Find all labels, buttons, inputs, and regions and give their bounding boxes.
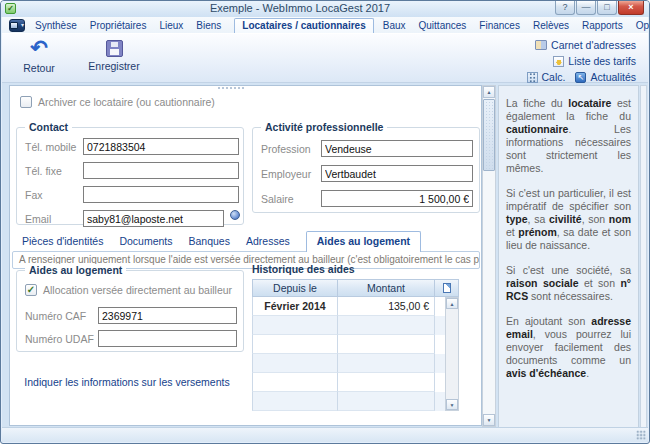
allocation-checkbox[interactable]: ✓ — [25, 284, 37, 296]
allocation-checkbox-label: Allocation versée directement au bailleu… — [43, 284, 232, 296]
tab-proprietaires[interactable]: Propriétaires — [90, 20, 147, 33]
table-actions-header — [435, 279, 459, 297]
tel-mobile-input[interactable] — [83, 138, 239, 155]
window-title: Exemple - WebImmo LocaGest 2017 — [61, 2, 539, 14]
tab-options-et-controles[interactable]: Options et contrôles — [636, 20, 650, 33]
email-web-icon[interactable] — [230, 210, 240, 220]
scroll-down-icon[interactable]: ▼ — [446, 399, 458, 410]
history-table-scrollbar[interactable]: ▲ ▼ — [445, 297, 459, 411]
toolbar: ↶ Retour Enregistrer Carnet d'adresses L… — [2, 33, 648, 83]
tab-synthese[interactable]: Synthèse — [35, 20, 77, 33]
tab-finances[interactable]: Finances — [479, 20, 520, 33]
tariff-list-link[interactable]: Liste des tarifs — [553, 55, 636, 67]
employeur-input[interactable] — [321, 165, 473, 182]
resize-grip[interactable] — [636, 430, 646, 440]
table-row-empty[interactable] — [252, 373, 459, 392]
app-window: ✓ Exemple - WebImmo LocaGest 2017 ? — □ … — [0, 0, 650, 444]
numero-caf-input[interactable] — [98, 307, 237, 324]
archive-checkbox[interactable] — [20, 96, 32, 108]
help-paragraph: En ajoutant son adresse email, vous pour… — [506, 315, 631, 380]
salaire-label: Salaire — [261, 193, 294, 205]
employeur-label: Employeur — [261, 168, 311, 180]
aides-groupbox: Aides au logement ✓ Allocation versée di… — [16, 270, 244, 352]
chevron-down-icon: ▾ — [21, 22, 24, 28]
calculator-label: Calc. — [542, 71, 566, 83]
column-montant[interactable]: Montant — [338, 279, 435, 297]
application-menu-button[interactable]: ▾ — [9, 19, 25, 32]
tariff-list-icon — [553, 56, 564, 67]
payments-info-link[interactable]: Indiquer les informations sur les versem… — [10, 376, 244, 388]
calculator-icon — [527, 72, 538, 83]
tab-quittances[interactable]: Quittances — [419, 20, 467, 33]
profession-label: Profession — [261, 143, 311, 155]
title-bar[interactable]: ✓ Exemple - WebImmo LocaGest 2017 ? — □ … — [1, 1, 649, 17]
tab-releves[interactable]: Relèves — [533, 20, 569, 33]
column-depuis-le[interactable]: Depuis le — [252, 279, 338, 297]
news-icon: ↖ — [575, 72, 586, 83]
news-link[interactable]: ↖ Actualités — [575, 71, 636, 83]
subtab-banques[interactable]: Banques — [189, 235, 230, 251]
table-row-empty[interactable] — [252, 392, 459, 411]
tab-locataires-cautionnaires[interactable]: Locataires / cautionnaires — [234, 18, 373, 33]
locataire-form-panel: Archiver ce locataire (ou cautionnaire) … — [9, 85, 482, 426]
back-button[interactable]: ↶ Retour — [12, 37, 66, 74]
archive-checkbox-label: Archiver ce locataire (ou cautionnaire) — [38, 96, 215, 108]
email-label: Email — [25, 213, 51, 225]
aides-group-title: Aides au logement — [25, 264, 126, 276]
table-row-empty[interactable] — [252, 335, 459, 354]
fax-input[interactable] — [83, 186, 239, 203]
address-book-icon — [535, 40, 547, 50]
toolbar-links: Carnet d'adresses Liste des tarifs Calc.… — [527, 39, 636, 83]
save-floppy-icon — [106, 40, 123, 57]
calculator-link[interactable]: Calc. — [527, 71, 566, 83]
profession-input[interactable] — [321, 140, 473, 157]
table-row-empty[interactable] — [252, 354, 459, 373]
scroll-down-icon[interactable]: ▼ — [483, 414, 495, 426]
back-button-label: Retour — [12, 62, 66, 74]
subtab-adresses[interactable]: Adresses — [246, 235, 290, 251]
email-input[interactable] — [83, 210, 224, 227]
close-button[interactable]: × — [618, 1, 644, 15]
table-row[interactable]: Février 2014 135,00 € — [252, 297, 459, 316]
salaire-input[interactable] — [321, 190, 473, 207]
aides-history-table: Depuis le Montant Février 2014 135,00 € — [252, 279, 459, 411]
help-panel: La fiche du locataire est également la f… — [498, 85, 639, 431]
help-paragraph: Si c'est un particulier, il est impérati… — [506, 187, 631, 252]
scroll-up-icon[interactable]: ▲ — [446, 298, 458, 309]
maximize-button[interactable]: □ — [597, 1, 617, 15]
subtab-aides-au-logement[interactable]: Aides au logement — [306, 231, 421, 252]
tab-baux[interactable]: Baux — [383, 20, 406, 33]
address-book-link[interactable]: Carnet d'adresses — [535, 39, 636, 51]
check-icon: ✓ — [27, 285, 35, 295]
table-row-empty[interactable] — [252, 316, 459, 335]
news-label: Actualités — [590, 71, 636, 83]
tab-rapports[interactable]: Rapports — [582, 20, 623, 33]
numero-udaf-input[interactable] — [98, 330, 237, 347]
tel-fixe-input[interactable] — [83, 162, 239, 179]
allocation-checkbox-row[interactable]: ✓ Allocation versée directement au baill… — [25, 284, 232, 296]
fax-label: Fax — [25, 189, 43, 201]
delete-row-icon[interactable] — [443, 283, 451, 293]
tab-lieux[interactable]: Lieux — [159, 20, 183, 33]
subtab-documents[interactable]: Documents — [119, 235, 172, 251]
help-button[interactable]: ? — [555, 1, 575, 15]
application-menu-icon — [10, 22, 18, 29]
app-icon: ✓ — [5, 3, 16, 14]
cell-since: Février 2014 — [252, 297, 338, 316]
form-scrollbar[interactable]: ▲ ▼ — [482, 85, 496, 427]
address-book-label: Carnet d'adresses — [551, 39, 636, 51]
check-icon: ✓ — [7, 4, 14, 13]
tab-biens[interactable]: Biens — [196, 20, 221, 33]
table-header-row: Depuis le Montant — [252, 279, 459, 297]
subtab-pieces-identites[interactable]: Pièces d'identités — [22, 235, 103, 251]
scroll-up-icon[interactable]: ▲ — [483, 86, 495, 98]
save-button[interactable]: Enregistrer — [76, 37, 152, 72]
splitter-handle[interactable] — [218, 86, 244, 89]
scrollbar-thumb[interactable] — [483, 99, 495, 171]
tariff-list-label: Liste des tarifs — [568, 55, 636, 67]
help-panel-scrollbar[interactable] — [640, 85, 647, 431]
help-paragraph: Si c'est une société, sa raison sociale … — [506, 264, 631, 303]
archive-checkbox-row[interactable]: Archiver ce locataire (ou cautionnaire) — [20, 96, 215, 108]
minimize-button[interactable]: — — [576, 1, 596, 15]
activity-group-title: Activité professionnelle — [261, 121, 387, 133]
